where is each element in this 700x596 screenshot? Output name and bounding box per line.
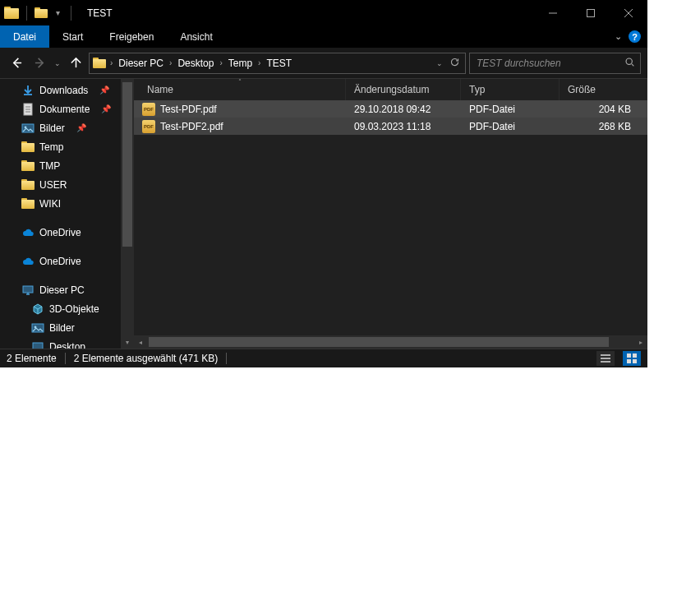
scrollbar-thumb[interactable] (149, 337, 609, 347)
file-list: ˄ Name Änderungsdatum Typ Größe PDFTest-… (134, 79, 647, 349)
column-size[interactable]: Größe (560, 79, 647, 100)
file-row[interactable]: PDFTest-PDF.pdf29.10.2018 09:42PDF-Datei… (134, 100, 647, 118)
chevron-right-icon[interactable]: › (106, 58, 117, 67)
tab-share[interactable]: Freigeben (96, 25, 167, 48)
navigation-tree[interactable]: Downloads📌Dokumente📌Bilder📌TempTMPUSERWI… (0, 79, 134, 349)
crumb-test[interactable]: TEST (265, 53, 293, 73)
tree-scrollbar[interactable]: ▾ (121, 79, 134, 349)
tab-start[interactable]: Start (49, 25, 96, 48)
search-icon[interactable] (624, 57, 635, 70)
docs-icon (21, 103, 35, 116)
tree-item-user[interactable]: USER (0, 175, 134, 194)
nav-recent-icon[interactable]: ⌄ (53, 59, 62, 67)
tree-item-dokumente[interactable]: Dokumente📌 (0, 99, 134, 118)
pics-icon (31, 321, 44, 335)
svg-rect-0 (587, 9, 595, 16)
file-type: PDF-Datei (461, 104, 560, 115)
tree-item-dieser-pc[interactable]: Dieser PC (0, 280, 134, 299)
column-headers: ˄ Name Änderungsdatum Typ Größe (134, 79, 647, 100)
tree-item-downloads[interactable]: Downloads📌 (0, 81, 134, 99)
maximize-button[interactable] (572, 0, 610, 25)
tree-item-label: Dieser PC (39, 284, 85, 296)
tree-item-label: Dokumente (39, 104, 90, 115)
tree-item-bilder[interactable]: Bilder (0, 318, 134, 337)
tree-item-label: 3D-Objekte (49, 303, 99, 315)
scroll-down-icon[interactable]: ▾ (121, 335, 134, 349)
tree-item-label: Downloads (39, 85, 88, 96)
column-name-label: Name (147, 84, 173, 95)
svg-rect-13 (633, 359, 637, 363)
tree-item-temp[interactable]: Temp (0, 137, 134, 156)
tree-item-desktop[interactable]: Desktop (0, 337, 134, 349)
tree-item-bilder[interactable]: Bilder📌 (0, 118, 134, 137)
close-button[interactable] (610, 0, 647, 25)
cloud-icon (21, 226, 35, 239)
main-area: Downloads📌Dokumente📌Bilder📌TempTMPUSERWI… (0, 78, 647, 349)
folder-icon (21, 179, 35, 190)
tree-item-label: Desktop (49, 341, 85, 349)
scroll-left-icon[interactable]: ◂ (134, 335, 147, 349)
qat-folder-icon[interactable] (35, 7, 48, 18)
tab-view[interactable]: Ansicht (167, 25, 225, 48)
crumb-desktop[interactable]: Desktop (176, 53, 215, 73)
help-icon[interactable]: ? (629, 30, 641, 43)
tree-item-label: OneDrive (39, 227, 81, 238)
file-row[interactable]: PDFTest-PDF2.pdf09.03.2023 11:18PDF-Date… (134, 118, 647, 135)
search-box[interactable] (469, 53, 641, 74)
ribbon-expand-icon[interactable]: ⌄ (615, 31, 622, 42)
svg-rect-10 (627, 353, 631, 358)
chevron-right-icon[interactable]: › (215, 58, 226, 67)
column-date[interactable]: Änderungsdatum (346, 79, 461, 100)
tree-item-label: OneDrive (39, 256, 81, 267)
nav-up-button[interactable] (66, 53, 85, 73)
crumb-this-pc[interactable]: Dieser PC (117, 53, 165, 73)
tab-file[interactable]: Datei (0, 25, 49, 48)
pin-icon: 📌 (76, 123, 86, 132)
horizontal-scrollbar[interactable]: ◂ ▸ (134, 335, 647, 349)
column-name[interactable]: ˄ Name (134, 79, 346, 100)
svg-rect-12 (627, 359, 631, 363)
files-container[interactable]: PDFTest-PDF.pdf29.10.2018 09:42PDF-Datei… (134, 100, 647, 335)
address-bar[interactable]: › Dieser PC › Desktop › Temp › TEST ⌄ (89, 53, 466, 74)
nav-back-button[interactable] (7, 53, 26, 73)
status-selection: 2 Elemente ausgewählt (471 KB) (74, 353, 218, 364)
pdf-icon: PDF (142, 120, 155, 133)
titlebar: ▾ TEST (0, 0, 647, 25)
view-details-button[interactable] (596, 351, 615, 366)
search-input[interactable] (475, 57, 624, 70)
crumb-temp[interactable]: Temp (227, 53, 254, 73)
scroll-right-icon[interactable]: ▸ (634, 335, 647, 349)
pics-icon (21, 122, 35, 135)
tree-item-label: Bilder (39, 122, 65, 134)
tree-item-wiki[interactable]: WIKI (0, 194, 134, 213)
download-icon (21, 84, 35, 97)
chevron-right-icon[interactable]: › (254, 58, 265, 67)
refresh-icon[interactable] (449, 57, 460, 70)
svg-rect-8 (33, 343, 43, 349)
svg-rect-5 (23, 286, 33, 293)
nav-forward-button[interactable] (30, 53, 49, 73)
pin-icon: 📌 (99, 85, 109, 95)
address-bar-row: ⌄ › Dieser PC › Desktop › Temp › TEST ⌄ (0, 48, 647, 78)
view-tiles-button[interactable] (623, 351, 641, 366)
file-name: Test-PDF.pdf (160, 104, 217, 115)
tree-item-label: Bilder (49, 322, 75, 334)
chevron-right-icon[interactable]: › (165, 58, 176, 67)
column-type[interactable]: Typ (461, 79, 560, 100)
address-folder-icon (93, 58, 106, 68)
svg-rect-11 (633, 353, 637, 358)
qat-dropdown-icon[interactable]: ▾ (53, 8, 63, 17)
tree-item-tmp[interactable]: TMP (0, 156, 134, 175)
tree-item-3d-objekte[interactable]: 3D-Objekte (0, 299, 134, 318)
file-name: Test-PDF2.pdf (160, 121, 223, 132)
tree-item-onedrive[interactable]: OneDrive (0, 223, 134, 242)
app-folder-icon (4, 7, 19, 19)
quick-access-toolbar: ▾ (4, 6, 81, 21)
pin-icon: 📌 (101, 104, 111, 113)
folder-icon (21, 141, 35, 152)
folder-icon (21, 160, 35, 171)
tree-item-onedrive[interactable]: OneDrive (0, 252, 134, 270)
minimize-button[interactable] (534, 0, 572, 25)
scrollbar-thumb[interactable] (122, 82, 132, 247)
address-history-icon[interactable]: ⌄ (436, 59, 443, 67)
